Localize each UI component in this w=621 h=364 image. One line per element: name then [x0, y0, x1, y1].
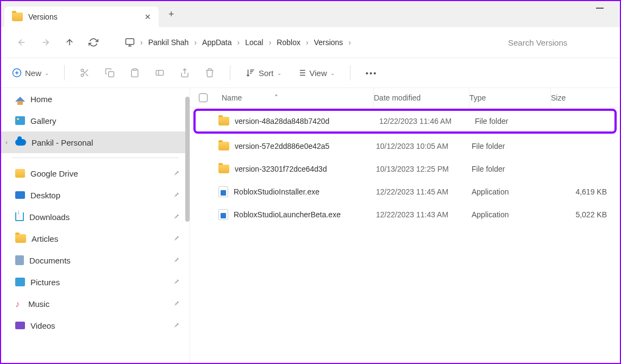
breadcrumb[interactable]: › Pankil Shah › AppData › Local › Roblox… — [117, 32, 491, 53]
file-type: File folder — [472, 142, 553, 150]
crumb-item[interactable]: Local — [245, 38, 263, 47]
sidebar-item-music[interactable]: Music — [1, 293, 190, 315]
chevron-right-icon: › — [237, 38, 240, 47]
svg-rect-6 — [156, 71, 164, 76]
pin-icon[interactable] — [173, 191, 180, 200]
new-button[interactable]: New ⌄ — [12, 68, 49, 78]
file-name: version-57e2dd886e0e42a5 — [235, 142, 329, 150]
sidebar-item-home[interactable]: Home — [1, 88, 190, 110]
sidebar-item-documents[interactable]: Documents — [1, 249, 190, 271]
folder-icon — [218, 142, 229, 150]
back-button[interactable] — [12, 33, 32, 52]
share-button[interactable] — [180, 68, 190, 78]
column-headers: Name˄ Date modified Type Size — [190, 88, 620, 108]
sidebar-item-pictures[interactable]: Pictures — [1, 271, 190, 293]
file-type: Application — [472, 210, 553, 219]
svg-rect-4 — [109, 72, 114, 77]
chevron-down-icon: ⌄ — [330, 70, 335, 76]
svg-point-3 — [81, 74, 84, 77]
file-row[interactable]: RobloxStudioLauncherBeta.exe12/22/2023 1… — [190, 203, 620, 226]
tab-current[interactable]: Versions ✕ — [4, 7, 159, 27]
rename-icon — [155, 68, 165, 78]
file-size: 5,022 KB — [553, 210, 620, 219]
column-size[interactable]: Size — [551, 88, 620, 107]
monitor-icon — [125, 37, 135, 47]
file-name: RobloxStudioLauncherBeta.exe — [234, 210, 341, 219]
chevron-right-icon: › — [306, 38, 309, 47]
scissors-icon — [80, 68, 90, 78]
sidebar: Home Gallery › Pankil - Personal Google … — [1, 88, 190, 363]
share-icon — [180, 68, 190, 78]
chevron-right-icon: › — [348, 38, 351, 47]
scrollbar-thumb[interactable] — [185, 97, 190, 222]
search-input[interactable]: Search Versions — [500, 32, 609, 53]
pics-icon — [15, 278, 25, 286]
file-name: version-48a28da848b7420d — [235, 117, 329, 125]
copy-button[interactable] — [105, 68, 115, 78]
sidebar-item-gallery[interactable]: Gallery — [1, 110, 190, 131]
desktop-icon — [15, 191, 25, 199]
file-size: 4,619 KB — [553, 187, 620, 196]
file-row[interactable]: version-32301f72dce64d3d10/13/2023 12:25… — [190, 158, 620, 180]
toolbar: New ⌄ Sort ⌄ View ⌄ ••• — [1, 58, 620, 88]
file-row[interactable]: version-57e2dd886e0e42a510/12/2023 10:05… — [190, 135, 620, 158]
file-type: Application — [472, 187, 553, 196]
list-icon — [297, 68, 306, 78]
cut-button[interactable] — [80, 68, 90, 78]
crumb-item[interactable]: Pankil Shah — [148, 38, 189, 47]
file-type: File folder — [472, 165, 553, 173]
tab-title: Versions — [28, 12, 58, 21]
crumb-item[interactable]: AppData — [202, 38, 231, 47]
rename-button[interactable] — [155, 68, 165, 78]
pin-icon[interactable] — [173, 212, 180, 222]
column-name[interactable]: Name˄ — [218, 88, 374, 107]
svg-point-2 — [81, 69, 84, 72]
sort-button[interactable]: Sort ⌄ — [246, 68, 281, 78]
select-all-checkbox[interactable] — [199, 93, 208, 102]
crumb-item[interactable]: Roblox — [277, 38, 300, 47]
delete-button[interactable] — [205, 68, 215, 78]
paste-button[interactable] — [130, 68, 140, 78]
exe-icon — [218, 209, 228, 220]
column-type[interactable]: Type — [469, 88, 551, 107]
minimize-button[interactable] — [596, 8, 604, 9]
file-row[interactable]: RobloxStudioInstaller.exe12/22/2023 11:4… — [190, 180, 620, 203]
chevron-down-icon: ⌄ — [277, 70, 281, 76]
more-button[interactable]: ••• — [366, 68, 378, 78]
home-icon — [15, 97, 25, 102]
pin-icon[interactable] — [173, 299, 180, 309]
chevron-right-icon[interactable]: › — [5, 139, 8, 146]
trash-icon — [205, 68, 215, 78]
pin-icon[interactable] — [173, 278, 180, 287]
file-date: 12/22/2023 11:45 AM — [376, 187, 472, 196]
file-name: version-32301f72dce64d3d — [235, 165, 327, 173]
file-type: File folder — [475, 117, 556, 125]
file-name: RobloxStudioInstaller.exe — [234, 187, 319, 196]
up-button[interactable] — [60, 33, 79, 52]
sidebar-item-desktop[interactable]: Desktop — [1, 184, 190, 206]
sidebar-item-google-drive[interactable]: Google Drive — [1, 162, 190, 184]
sidebar-item-personal[interactable]: › Pankil - Personal — [1, 131, 190, 153]
sidebar-item-articles[interactable]: Articles — [1, 228, 190, 249]
sidebar-item-videos[interactable]: Videos — [1, 315, 190, 336]
file-date: 10/12/2023 10:05 AM — [376, 142, 472, 150]
view-button[interactable]: View ⌄ — [297, 68, 335, 78]
refresh-button[interactable] — [84, 33, 103, 52]
folder-icon — [12, 12, 23, 21]
pin-icon[interactable] — [173, 256, 180, 265]
new-tab-button[interactable]: + — [168, 9, 174, 20]
crumb-item[interactable]: Versions — [314, 38, 343, 47]
pin-icon[interactable] — [173, 321, 180, 330]
sidebar-item-downloads[interactable]: Downloads — [1, 206, 190, 228]
copy-icon — [105, 68, 115, 78]
forward-button[interactable] — [36, 33, 55, 52]
chevron-right-icon: › — [269, 38, 272, 47]
onedrive-icon — [15, 139, 26, 146]
clipboard-icon — [130, 68, 140, 78]
pin-icon[interactable] — [173, 234, 180, 243]
file-row[interactable]: version-48a28da848b7420d12/22/2023 11:46… — [195, 110, 616, 133]
folder-icon — [218, 117, 229, 125]
pin-icon[interactable] — [173, 169, 180, 178]
close-tab-icon[interactable]: ✕ — [145, 12, 151, 21]
column-date[interactable]: Date modified — [374, 88, 469, 107]
